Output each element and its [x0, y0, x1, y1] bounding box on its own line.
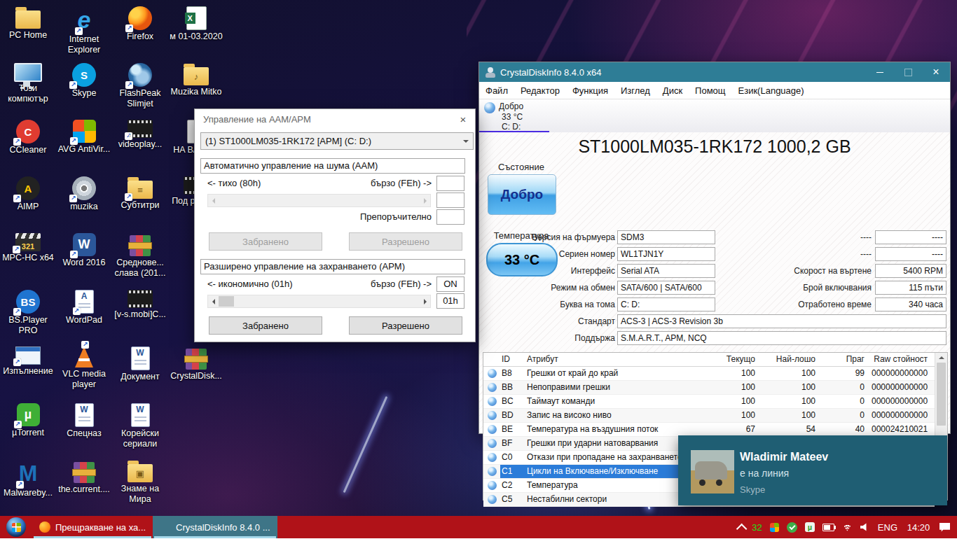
desktop-item-wordpad[interactable]: A↗WordPad [56, 286, 112, 343]
avg-tray-icon[interactable] [770, 523, 779, 532]
table-row[interactable]: BEТемпература на въздушния поток67544000… [483, 423, 935, 437]
desktop-item-zname-na-mira[interactable]: ▣Знаме на Мира [112, 456, 168, 513]
windows-logo-icon [6, 517, 26, 537]
disk-temp-tray-value[interactable]: 32 [752, 522, 762, 533]
hidden-icons-chevron-icon[interactable] [736, 523, 748, 534]
maximize-button[interactable] [894, 62, 922, 82]
desktop-item-ccleaner[interactable]: C↗CCleaner [0, 116, 56, 173]
desktop-item-vs-mobi[interactable]: [v-s.mobi]C... [112, 286, 168, 343]
scroll-thumb[interactable] [937, 363, 946, 426]
scroll-up-icon[interactable] [939, 356, 944, 359]
menu-помощ[interactable]: Помощ [689, 85, 731, 96]
vlc-icon: ↗ [75, 346, 93, 368]
run-icon: ↗ [15, 346, 41, 365]
drive-selector-strip[interactable]: Добро 33 °C C: D: [479, 99, 950, 134]
desktop-item-muzika-mitko[interactable]: ♪Muzika Mitko [168, 59, 224, 116]
wifi-icon[interactable] [842, 524, 853, 531]
mpc-hc-icon: 321↗ [15, 233, 41, 251]
desktop-item-bsplayer[interactable]: BS↗BS.Player PRO [0, 286, 56, 343]
start-button[interactable] [0, 516, 32, 538]
taskbar-task-crystaldiskinfo[interactable]: CrystalDiskInfo 8.4.0 ... [153, 516, 277, 538]
apm-enable-button[interactable]: Разрешено [349, 316, 462, 335]
battery-icon[interactable] [822, 524, 834, 531]
desktop-item-srednove-slava[interactable]: Среднове... слава (201... [112, 230, 168, 286]
menu-файл[interactable]: Файл [479, 85, 514, 96]
minimize-button[interactable] [866, 62, 894, 82]
desktop-item-excel-m[interactable]: Xм 01-03.2020 [168, 3, 224, 59]
desktop-item-malwarebytes[interactable]: M↗Malwareby... [0, 456, 56, 513]
aam-enable-button: Разрешено [349, 232, 462, 251]
desktop-item-vlc[interactable]: ↗VLC media player [56, 343, 112, 400]
dialog-close-icon[interactable]: × [451, 113, 475, 125]
desktop-item-avg[interactable]: ↗AVG AntiVir... [56, 116, 112, 173]
table-row[interactable]: BCТаймаут команди1001000000000000000 [483, 395, 935, 409]
menu-изглед[interactable]: Изглед [614, 85, 656, 96]
desktop-item-the-current[interactable]: the.current.... [56, 456, 112, 513]
desktop-item-muzika-cd[interactable]: ↗muzika [56, 173, 112, 230]
table-row[interactable]: BBНепоправими грешки1001000000000000000 [483, 381, 935, 395]
desktop-item-videoplay[interactable]: ↗videoplay... [112, 116, 168, 173]
desktop-item-utorrent[interactable]: µ↗µTorrent [0, 400, 56, 456]
notification-status-text: е на линия [740, 468, 789, 479]
apm-value-field[interactable]: 01h [436, 293, 464, 309]
shortcut-arrow-icon: ↗ [125, 81, 133, 89]
desktop-item-pc-home[interactable]: PC Home [0, 3, 56, 59]
close-button[interactable]: × [922, 62, 950, 82]
apm-state-field[interactable]: ON [436, 276, 464, 292]
desktop-item-mpc-hc[interactable]: 321↗MPC-HC x64 [0, 230, 56, 286]
desktop-item-dokument[interactable]: WДокумент [112, 343, 168, 400]
apm-slider[interactable] [207, 295, 431, 308]
field-label: Версия на фърмуера [485, 230, 615, 244]
desktop-item-crystaldisk-archive[interactable]: CrystalDisk... [168, 343, 224, 400]
apm-disable-button[interactable]: Забранено [209, 316, 322, 335]
clock[interactable]: 14:20 [905, 522, 932, 533]
system-tray: 32 µ ENG 14:20 [736, 516, 957, 538]
shortcut-arrow-icon: ↗ [73, 307, 81, 315]
the-current-icon [74, 462, 95, 483]
health-status-button[interactable]: Добро [488, 174, 556, 215]
field-value: S.M.A.R.T., APM, NCQ [617, 331, 946, 345]
health-orb-icon [483, 381, 500, 394]
action-center-icon[interactable] [939, 523, 950, 532]
desktop-item-firefox[interactable]: ↗Firefox [112, 3, 168, 59]
aam-value-field[interactable] [436, 176, 464, 191]
menu-диск[interactable]: Диск [656, 85, 689, 96]
table-row[interactable]: B8Грешки от край до край1001009900000000… [483, 367, 935, 381]
menu-редактор[interactable]: Редактор [514, 85, 566, 96]
dialog-titlebar[interactable]: Управление на AAM/APM × [195, 109, 475, 129]
desktop-item-this-pc[interactable]: Този компютър [0, 59, 56, 116]
taskbar-task-firefox[interactable]: Прещракване на ха... [32, 516, 153, 538]
field-value: SDM3 [617, 230, 715, 244]
aam-slider-field[interactable] [436, 192, 464, 208]
column-header: Атрибут [527, 353, 702, 366]
utorrent-icon: µ↗ [17, 403, 40, 426]
skype-notification[interactable]: Wladimir Mateev е на линия Skype [678, 435, 947, 505]
apm-slider-thumb[interactable] [219, 296, 234, 307]
drive-health: Добро [499, 102, 523, 111]
desktop-item-word-2016[interactable]: W↗Word 2016 [56, 230, 112, 286]
desktop-item-skype[interactable]: S↗Skype [56, 59, 112, 116]
volume-icon[interactable] [860, 523, 870, 531]
desktop-item-koreiski-seriali[interactable]: WКорейски сериали [112, 400, 168, 456]
slider-right-icon[interactable] [424, 299, 427, 304]
menu-език-language-[interactable]: Език(Language) [732, 85, 811, 96]
shortcut-arrow-icon: ↗ [69, 81, 77, 89]
desktop-item-internet-explorer[interactable]: e↗Internet Explorer [56, 3, 112, 59]
desktop-item-subtitri[interactable]: ≡↗Субтитри [112, 173, 168, 230]
dokument-icon: W [131, 346, 150, 370]
menu-функция[interactable]: Функция [566, 85, 614, 96]
desktop-item-run[interactable]: ↗Изпълнение [0, 343, 56, 400]
desktop-item-aimp[interactable]: A↗AIMP [0, 173, 56, 230]
slider-left-icon[interactable] [212, 299, 215, 304]
field-label: ---- [759, 230, 872, 244]
desktop-item-specnaz-doc[interactable]: WСпецназ [56, 400, 112, 456]
field-value: C: D: [617, 298, 715, 312]
table-row[interactable]: BDЗапис на високо ниво100100000000000000… [483, 409, 935, 423]
utorrent-tray-icon[interactable]: µ [805, 522, 815, 532]
language-indicator[interactable]: ENG [878, 522, 897, 533]
cdi-titlebar[interactable]: CrystalDiskInfo 8.4.0 x64 × [479, 62, 950, 82]
status-check-tray-icon[interactable] [787, 522, 797, 533]
desktop-item-flashpeak-slimjet[interactable]: ↗FlashPeak Slimjet [112, 59, 168, 116]
aam-recommended-field[interactable] [436, 209, 464, 225]
device-select[interactable]: (1) ST1000LM035-1RK172 [APM] (C: D:) [200, 132, 474, 150]
